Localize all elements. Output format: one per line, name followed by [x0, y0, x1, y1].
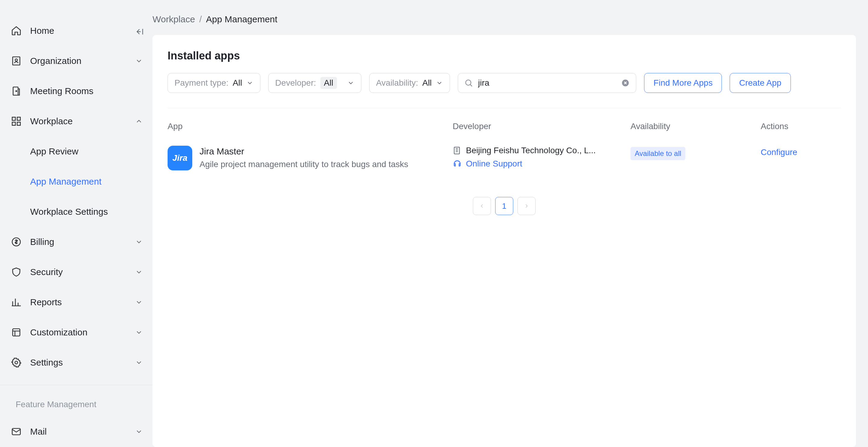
- svg-point-3: [16, 91, 17, 92]
- sidebar-sub-items-workplace: App Review App Management Workplace Sett…: [30, 136, 143, 227]
- sidebar-item-label: Home: [30, 26, 54, 36]
- svg-rect-7: [17, 122, 21, 125]
- page-number-button[interactable]: 1: [495, 197, 513, 215]
- sidebar-item-workplace[interactable]: Workplace: [11, 106, 143, 136]
- breadcrumb: Workplace / App Management: [153, 0, 856, 35]
- app-description: Agile project management utility to trac…: [199, 159, 408, 169]
- online-support-link[interactable]: Online Support: [466, 159, 522, 169]
- home-icon: [11, 25, 22, 36]
- table-header-actions: Actions: [761, 122, 841, 131]
- filter-value: All: [233, 78, 242, 88]
- sidebar-section-label: Feature Management: [11, 392, 143, 417]
- sidebar-item-billing[interactable]: Billing: [11, 227, 143, 257]
- filter-label: Availability:: [376, 78, 418, 88]
- search-icon: [464, 79, 473, 87]
- page-next-button[interactable]: [518, 197, 535, 215]
- create-app-button[interactable]: Create App: [730, 73, 790, 93]
- configure-link[interactable]: Configure: [761, 148, 841, 157]
- sidebar-item-customization[interactable]: Customization: [11, 317, 143, 348]
- door-icon: [11, 86, 22, 96]
- chevron-down-icon: [436, 79, 443, 87]
- chevron-up-icon: [135, 117, 143, 125]
- table-header-app: App: [167, 122, 453, 131]
- app-name[interactable]: Jira Master: [199, 146, 408, 156]
- chevron-down-icon: [347, 79, 354, 87]
- svg-point-13: [466, 80, 471, 85]
- clear-icon[interactable]: [621, 79, 630, 87]
- organization-icon: [11, 56, 22, 66]
- filter-availability[interactable]: Availability: All: [369, 73, 450, 93]
- grid-icon: [11, 116, 22, 127]
- svg-rect-6: [12, 122, 16, 125]
- customize-icon: [11, 327, 22, 338]
- sidebar-item-reports[interactable]: Reports: [11, 287, 143, 317]
- gear-icon: [11, 357, 22, 368]
- chevron-down-icon: [135, 238, 143, 246]
- sidebar-item-label: Reports: [30, 297, 62, 307]
- chevron-down-icon: [135, 328, 143, 336]
- svg-rect-15: [454, 147, 460, 154]
- sidebar-item-label: Meeting Rooms: [30, 86, 93, 96]
- sidebar-item-settings[interactable]: Settings: [11, 348, 143, 378]
- filter-label: Payment type:: [175, 78, 228, 88]
- find-more-apps-button[interactable]: Find More Apps: [644, 73, 722, 93]
- table-header-developer: Developer: [453, 122, 630, 131]
- chevron-down-icon: [135, 298, 143, 306]
- table-row: Jira Jira Master Agile project managemen…: [167, 142, 841, 175]
- chart-icon: [11, 297, 22, 308]
- sidebar-item-label: Billing: [30, 237, 54, 247]
- mail-icon: [11, 426, 22, 437]
- sidebar-item-app-management[interactable]: App Management: [30, 167, 143, 197]
- breadcrumb-parent[interactable]: Workplace: [153, 14, 195, 24]
- table-header: App Developer Availability Actions: [167, 108, 841, 142]
- sidebar-item-label: Organization: [30, 56, 82, 66]
- page-prev-button[interactable]: [473, 197, 491, 215]
- dollar-circle-icon: [11, 236, 22, 247]
- chevron-down-icon: [135, 268, 143, 276]
- pagination: 1: [167, 197, 841, 215]
- sidebar-item-security[interactable]: Security: [11, 257, 143, 287]
- breadcrumb-sep: /: [199, 14, 202, 24]
- filter-value: All: [422, 78, 432, 88]
- svg-rect-4: [12, 117, 16, 121]
- sidebar-item-label: Customization: [30, 327, 87, 337]
- sidebar-item-workplace-settings[interactable]: Workplace Settings: [30, 197, 143, 227]
- sidebar: Home Organization Meeting Rooms Wo: [0, 0, 153, 447]
- svg-rect-5: [17, 117, 21, 121]
- svg-point-10: [15, 361, 18, 364]
- search-input[interactable]: [478, 78, 616, 88]
- sidebar-item-app-review[interactable]: App Review: [30, 136, 143, 167]
- filter-developer[interactable]: Developer: All: [268, 73, 361, 93]
- sidebar-item-label: Workplace: [30, 116, 73, 126]
- sidebar-item-label: Workplace Settings: [30, 207, 108, 217]
- table-header-availability: Availability: [630, 122, 761, 131]
- sidebar-item-label: Mail: [30, 426, 47, 437]
- collapse-sidebar-icon[interactable]: [135, 27, 143, 35]
- availability-badge: Available to all: [630, 147, 685, 160]
- sidebar-item-label: App Management: [30, 176, 101, 187]
- sidebar-item-label: Security: [30, 267, 63, 277]
- search-box[interactable]: [458, 73, 636, 93]
- sidebar-divider: [0, 385, 153, 385]
- sidebar-item-label: App Review: [30, 146, 79, 156]
- filter-value: All: [320, 77, 337, 89]
- sidebar-item-label: Settings: [30, 357, 63, 368]
- shield-icon: [11, 267, 22, 277]
- developer-name: Beijing Feishu Technology Co., L...: [466, 146, 596, 155]
- chevron-down-icon: [135, 359, 143, 366]
- breadcrumb-current: App Management: [206, 14, 278, 24]
- svg-point-1: [15, 59, 18, 61]
- chevron-down-icon: [246, 79, 253, 87]
- sidebar-item-mail[interactable]: Mail: [11, 417, 143, 447]
- sidebar-item-organization[interactable]: Organization: [11, 46, 143, 76]
- svg-rect-9: [13, 329, 20, 336]
- main-area: Workplace / App Management Installed app…: [153, 0, 868, 447]
- filter-label: Developer:: [275, 78, 316, 88]
- support-icon: [453, 159, 462, 168]
- chevron-down-icon: [135, 57, 143, 65]
- filter-row: Payment type: All Developer: All Availab…: [167, 73, 841, 108]
- content-panel: Installed apps Payment type: All Develop…: [153, 35, 856, 447]
- sidebar-item-home[interactable]: Home: [11, 16, 143, 46]
- sidebar-item-meeting-rooms[interactable]: Meeting Rooms: [11, 76, 143, 106]
- filter-payment-type[interactable]: Payment type: All: [167, 73, 260, 93]
